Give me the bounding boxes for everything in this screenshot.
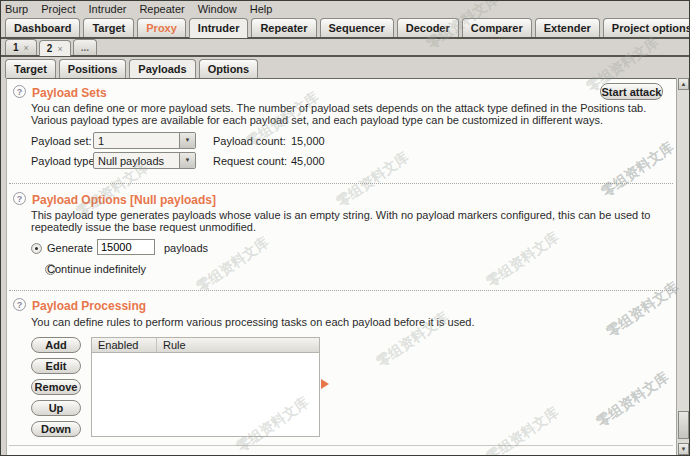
generate-label: Generate	[47, 242, 93, 254]
generate-count-input[interactable]	[97, 239, 155, 255]
menu-project[interactable]: Project	[41, 3, 75, 15]
attack-tab-2[interactable]: 2 ×	[39, 40, 71, 56]
attack-tab-1-label: 1	[13, 42, 19, 53]
help-icon[interactable]: ?	[13, 298, 26, 311]
help-icon[interactable]: ?	[13, 85, 26, 98]
tab-extender[interactable]: Extender	[535, 18, 600, 37]
tab-repeater[interactable]: Repeater	[251, 18, 316, 37]
request-count-value: 45,000	[291, 155, 325, 167]
menu-intruder[interactable]: Intruder	[89, 3, 127, 15]
tab-project-options[interactable]: Project options	[603, 18, 690, 37]
continue-indefinitely-label: Continue indefinitely	[47, 263, 146, 275]
tab-intruder[interactable]: Intruder	[189, 18, 249, 38]
up-button[interactable]: Up	[31, 400, 81, 416]
payload-options-description: This payload type generates payloads who…	[31, 209, 677, 233]
attack-tab-2-label: 2	[47, 43, 53, 54]
add-button[interactable]: Add	[31, 337, 81, 353]
table-header-row: Enabled Rule	[92, 338, 319, 353]
tab-sequencer[interactable]: Sequencer	[320, 18, 394, 37]
help-icon[interactable]: ?	[13, 192, 26, 205]
payload-set-value: 1	[94, 133, 179, 148]
payload-type-value: Null payloads	[94, 153, 179, 168]
subtab-options[interactable]: Options	[199, 59, 259, 78]
menu-repeater[interactable]: Repeater	[139, 3, 184, 15]
subtab-payloads[interactable]: Payloads	[129, 59, 195, 79]
payload-count-value: 15,000	[291, 135, 325, 147]
section-divider	[9, 183, 673, 184]
start-attack-button[interactable]: Start attack	[600, 83, 663, 100]
scroll-up-icon[interactable]: ▲	[678, 78, 689, 90]
edit-button[interactable]: Edit	[31, 358, 81, 374]
tab-comparer[interactable]: Comparer	[462, 18, 532, 37]
payload-set-label: Payload set:	[31, 135, 92, 147]
generate-suffix-label: payloads	[164, 242, 208, 254]
menubar: Burp Project Intruder Repeater Window He…	[1, 1, 689, 17]
payload-set-dropdown[interactable]: 1 ▼	[93, 132, 196, 149]
close-icon[interactable]: ×	[57, 44, 62, 54]
tab-dashboard[interactable]: Dashboard	[5, 18, 80, 37]
payload-count-label: Payload count:	[213, 135, 286, 147]
request-count-label: Request count:	[213, 155, 287, 167]
payload-options-title: Payload Options [Null payloads]	[32, 193, 216, 207]
scrollbar-thumb[interactable]	[678, 411, 689, 439]
column-header-rule[interactable]: Rule	[157, 338, 319, 352]
close-icon[interactable]: ×	[24, 43, 29, 53]
section-divider	[9, 290, 673, 291]
attack-tab-bar: 1 × 2 × ...	[1, 39, 689, 57]
chevron-down-icon[interactable]: ▼	[179, 153, 195, 168]
processing-rules-table[interactable]: Enabled Rule	[91, 337, 320, 437]
tab-target[interactable]: Target	[83, 18, 134, 37]
down-button[interactable]: Down	[31, 421, 81, 437]
tab-decoder[interactable]: Decoder	[397, 18, 459, 37]
burp-suite-window: Burp Project Intruder Repeater Window He…	[0, 0, 690, 456]
remove-button[interactable]: Remove	[31, 379, 81, 395]
generate-radio[interactable]	[31, 243, 42, 254]
column-header-enabled[interactable]: Enabled	[92, 338, 157, 352]
menu-help[interactable]: Help	[250, 3, 273, 15]
payload-sets-description: You can define one or more payload sets.…	[31, 102, 677, 126]
payload-processing-description: You can define rules to perform various …	[31, 316, 677, 328]
chevron-down-icon[interactable]: ▼	[179, 133, 195, 148]
tab-proxy[interactable]: Proxy	[137, 18, 186, 37]
subtab-positions[interactable]: Positions	[59, 59, 127, 78]
payload-type-label: Payload type:	[31, 155, 98, 167]
scroll-down-icon[interactable]: ▼	[678, 443, 689, 455]
menu-window[interactable]: Window	[198, 3, 237, 15]
payload-type-dropdown[interactable]: Null payloads ▼	[93, 152, 196, 169]
attack-tab-more[interactable]: ...	[73, 39, 97, 55]
intruder-subtab-bar: Target Positions Payloads Options	[1, 59, 689, 78]
attention-arrow-icon	[321, 379, 329, 389]
payload-processing-title: Payload Processing	[32, 299, 146, 313]
payload-sets-title: Payload Sets	[32, 86, 107, 100]
main-tab-bar: Dashboard Target Proxy Intruder Repeater…	[1, 17, 689, 39]
attack-tab-1[interactable]: 1 ×	[5, 39, 37, 55]
vertical-scrollbar[interactable]: ▲ ▼	[676, 78, 689, 455]
bottom-divider	[9, 445, 673, 446]
menu-burp[interactable]: Burp	[5, 3, 28, 15]
subtab-target[interactable]: Target	[5, 59, 56, 78]
